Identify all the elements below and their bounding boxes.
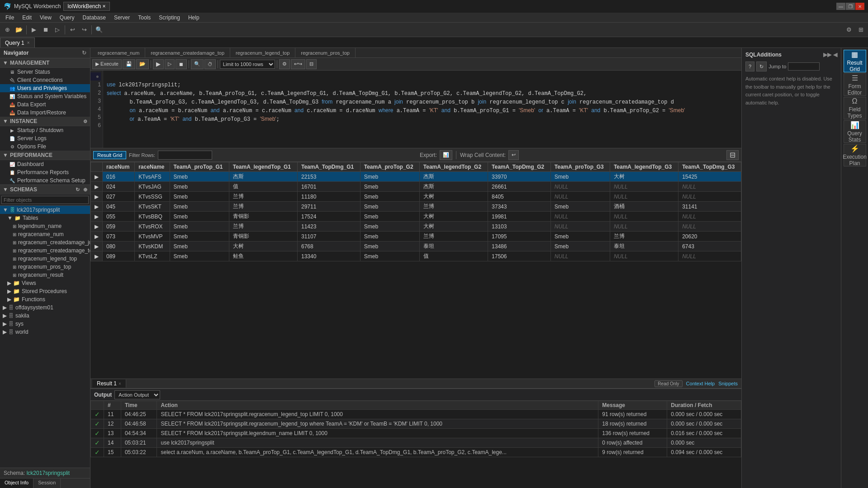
- menu-server[interactable]: Server: [110, 14, 133, 22]
- query-profile-button[interactable]: ⏱: [204, 59, 216, 69]
- schema-item-lck[interactable]: ▼ 🗄 lck2017springsplit: [0, 206, 90, 214]
- table-row[interactable]: ▶016KTvsAFSSmeb杰斯22153Smeb杰斯33970Smeb大树1…: [91, 172, 741, 182]
- col-teamA-TopDmg-G1[interactable]: TeamA_TopDmg_G1: [297, 162, 360, 172]
- limit-select[interactable]: Limit to 1000 rows Don't Limit Limit to …: [220, 60, 275, 69]
- nav-item-client-connections[interactable]: 🔌 Client Connections: [0, 76, 90, 84]
- word-wrap-button[interactable]: ↩↪: [291, 59, 305, 69]
- result-grid-panel-btn[interactable]: ▦ Result Grid: [844, 50, 866, 72]
- table-regracenum-createdamage-jug[interactable]: ⊞ regracenum_createdamage_jug: [0, 238, 90, 246]
- nav-item-users-privileges[interactable]: 👥 Users and Privileges: [0, 84, 90, 92]
- close-button[interactable]: ✕: [855, 3, 864, 10]
- schema-functions-folder[interactable]: ▶ 📁 Functions: [0, 295, 90, 303]
- table-row[interactable]: ▶055KTvsBBQSmeb青铜影17524Smeb大树19981NULLNU…: [91, 212, 741, 222]
- table-regracenum-legend-top[interactable]: ⊞ regracenum_legend_top: [0, 255, 90, 263]
- table-legendnum-name[interactable]: ⊞ legendnum_name: [0, 222, 90, 230]
- output-table-wrap[interactable]: # Time Action Message Duration / Fetch ✓…: [90, 401, 741, 488]
- code-editor[interactable]: use lck2017springsplit; select a.raceNum…: [103, 71, 688, 148]
- schema-world[interactable]: ▶ 🗄 world: [0, 328, 90, 336]
- nav-refresh-icon[interactable]: ↻: [82, 50, 86, 56]
- schema-tables-folder[interactable]: ▼ 📁 Tables: [0, 214, 90, 222]
- result-grid-btn[interactable]: Result Grid: [93, 151, 126, 159]
- help-refresh-button[interactable]: ↻: [756, 62, 767, 71]
- table-regracenum-createdamage-top[interactable]: ⊞ regracenum_createdamage_top: [0, 246, 90, 255]
- query-run-sel-button[interactable]: ▷: [165, 59, 175, 69]
- schema-sakila[interactable]: ▶ 🗄 sakila: [0, 312, 90, 320]
- filter-rows-input[interactable]: [158, 151, 212, 160]
- table-regracenum-pros-top[interactable]: ⊞ regracenum_pros_top: [0, 263, 90, 271]
- menu-file[interactable]: File: [2, 14, 18, 22]
- query-tab-1[interactable]: Query 1 ×: [0, 38, 35, 47]
- menu-scripting[interactable]: Scripting: [155, 14, 184, 22]
- result-tab-close[interactable]: ×: [119, 381, 121, 386]
- instance-section-header[interactable]: ▼ INSTANCE ⚙: [0, 117, 90, 126]
- schemas-section-header[interactable]: ▼ SCHEMAS ↻ ⊕: [0, 185, 90, 194]
- out-col-duration[interactable]: Duration / Fetch: [667, 401, 741, 410]
- table-row[interactable]: ▶024KTvsJAGSmeb值16701Smeb杰斯26661NULLNULL…: [91, 182, 741, 192]
- form-editor-btn[interactable]: ☰ Form Editor: [844, 73, 866, 96]
- active-schema-link[interactable]: lck2017springsplit: [27, 470, 70, 476]
- result-grid[interactable]: raceNum raceName TeamA_proTop_G1 TeamA_l…: [90, 162, 741, 379]
- schema-offdaysystem[interactable]: ▶ 🗄 offdaysystem01: [0, 303, 90, 312]
- layout-button[interactable]: ⊞: [855, 24, 866, 35]
- nav-next-button[interactable]: ▶▶: [823, 52, 831, 58]
- qtab-pros-top[interactable]: regracenum_pros_top: [295, 48, 356, 58]
- tab-close-icon[interactable]: ×: [27, 40, 30, 45]
- col-teamA-legendTop-G2[interactable]: TeamA_legendTop_G2: [419, 162, 488, 172]
- nav-item-server-status[interactable]: 🖥 Server Status: [0, 68, 90, 76]
- management-section-header[interactable]: ▼ MANAGEMENT: [0, 58, 90, 68]
- nav-item-data-export[interactable]: 📤 Data Export: [0, 100, 90, 109]
- jump-to-input[interactable]: [788, 62, 820, 71]
- qtab-createdamage-top[interactable]: regracename_createdamage_top: [145, 48, 230, 58]
- nav-prev-button[interactable]: ◀: [833, 52, 837, 58]
- context-help-button[interactable]: ?: [745, 62, 754, 71]
- table-row[interactable]: ▶045KTvsSKTSmeb兰博29711Smeb兰博37343Smeb酒桶3…: [91, 202, 741, 212]
- settings-button[interactable]: ⚙: [844, 24, 854, 35]
- col-teamA-legendTop-G1[interactable]: TeamA_legendTop_G1: [229, 162, 297, 172]
- table-regracename-num[interactable]: ⊞ regracename_num: [0, 230, 90, 238]
- minimize-button[interactable]: —: [836, 3, 845, 10]
- nav-item-dashboard[interactable]: 📈 Dashboard: [0, 160, 90, 168]
- table-row[interactable]: ▶027KTvsSSGSmeb兰博11180Smeb大树8405NULLNULL…: [91, 192, 741, 202]
- redo-button[interactable]: ↪: [79, 24, 90, 35]
- schema-views-folder[interactable]: ▶ 📁 Views: [0, 279, 90, 287]
- schema-add-icon[interactable]: ⊕: [83, 187, 87, 193]
- execute-button[interactable]: ▶ Execute: [92, 59, 122, 69]
- table-regracenum-result[interactable]: ⊞ regracenum_result: [0, 271, 90, 279]
- menu-help[interactable]: Help: [185, 14, 203, 22]
- col-raceNum[interactable]: raceNum: [103, 162, 135, 172]
- table-row[interactable]: ▶089KTvsLZSmeb鲑鱼13340Smeb值17506NULLNULLN…: [91, 251, 741, 261]
- nav-item-performance-schema[interactable]: 🔧 Performance Schema Setup: [0, 176, 90, 185]
- nav-item-server-logs[interactable]: 📄 Server Logs: [0, 134, 90, 142]
- undo-button[interactable]: ↩: [67, 24, 78, 35]
- qtab-legend-top[interactable]: regracenum_legend_top: [230, 48, 295, 58]
- query-explain-button[interactable]: 🔍: [191, 59, 204, 69]
- table-row[interactable]: ▶073KTvsMVPSmeb青铜影31107Smeb兰博17095Smeb兰博…: [91, 232, 741, 242]
- schema-search-input[interactable]: [1, 196, 89, 204]
- result-tab-1[interactable]: Result 1 ×: [92, 379, 126, 388]
- tab-object-info[interactable]: Object Info: [0, 479, 33, 488]
- execution-plan-btn[interactable]: ⚡ Execution Plan: [844, 144, 866, 166]
- tab-session[interactable]: Session: [33, 479, 61, 488]
- toggle-toolbar-button[interactable]: ⚙: [279, 59, 290, 69]
- snippets-link[interactable]: Snippets: [718, 381, 738, 386]
- col-raceName[interactable]: raceName: [135, 162, 170, 172]
- out-col-num[interactable]: #: [104, 401, 121, 410]
- menu-edit[interactable]: Edit: [19, 14, 35, 22]
- out-col-action[interactable]: Action: [157, 401, 598, 410]
- result-view-toggle[interactable]: ⊟: [726, 150, 739, 160]
- nav-item-performance-reports[interactable]: 📋 Performance Reports: [0, 168, 90, 176]
- schema-stored-proc-folder[interactable]: ▶ 📁 Stored Procedures: [0, 287, 90, 295]
- performance-section-header[interactable]: ▼ PERFORMANCE: [0, 151, 90, 160]
- menu-database[interactable]: Database: [79, 14, 109, 22]
- export-button[interactable]: 📊: [440, 150, 452, 160]
- col-teamA-proTop-G1[interactable]: TeamA_proTop_G1: [170, 162, 229, 172]
- save-button[interactable]: 💾: [123, 59, 135, 69]
- table-row[interactable]: ▶080KTvsKDMSmeb大树6768Smeb泰坦13486Smeb泰坦67…: [91, 242, 741, 251]
- menu-tools[interactable]: Tools: [134, 14, 154, 22]
- qtab-regracename-num[interactable]: regracename_num: [92, 48, 145, 58]
- output-type-select[interactable]: Action Output Text Output History Output: [114, 390, 160, 399]
- run-query-button[interactable]: ▶: [28, 24, 39, 35]
- out-col-time[interactable]: Time: [121, 401, 157, 410]
- field-types-btn[interactable]: Ω Field Types: [844, 97, 866, 119]
- col-teamA-TopDmg-G2[interactable]: TeamA_TopDmg_G2: [488, 162, 551, 172]
